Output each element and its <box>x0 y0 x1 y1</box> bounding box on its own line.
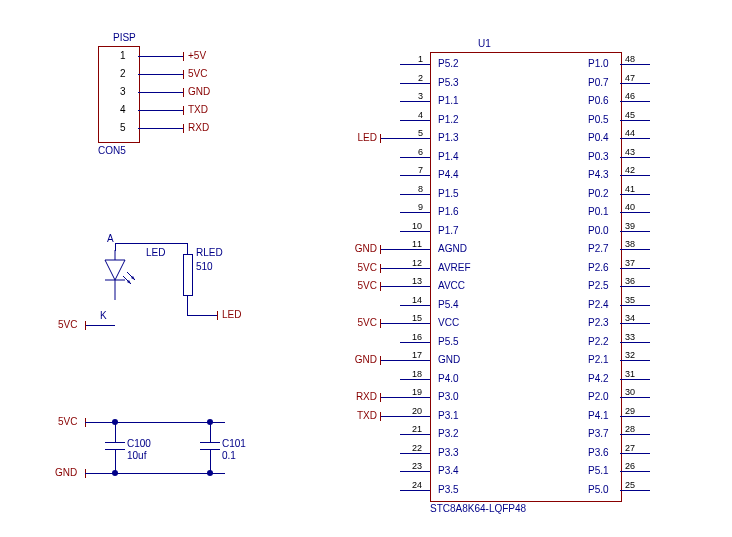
pin-num-left: 14 <box>412 295 422 305</box>
pin-num-right: 34 <box>625 313 635 323</box>
pin-label-left: P1.6 <box>438 206 459 217</box>
pin-wire <box>620 305 650 306</box>
pin-wire <box>620 453 650 454</box>
pin-label-right: P0.2 <box>588 188 609 199</box>
wire <box>138 56 183 57</box>
pin-label-left: AGND <box>438 243 467 254</box>
wire <box>187 315 217 316</box>
pin-label-right: P2.3 <box>588 317 609 328</box>
conn-pin-2: 2 <box>120 68 126 79</box>
pin-label-left: P3.1 <box>438 410 459 421</box>
junction <box>112 470 118 476</box>
pin-wire <box>620 157 650 158</box>
conn-pin-4: 4 <box>120 104 126 115</box>
net-marker <box>183 70 184 79</box>
pin-wire <box>400 83 430 84</box>
pin-wire <box>620 231 650 232</box>
pin-num-left: 1 <box>418 54 423 64</box>
net-marker <box>380 319 381 328</box>
conn-pin-3: 3 <box>120 86 126 97</box>
pin-label-left: P1.3 <box>438 132 459 143</box>
junction <box>207 419 213 425</box>
net-marker <box>217 311 218 320</box>
pin-num-right: 36 <box>625 276 635 286</box>
net-marker <box>380 264 381 273</box>
net-label: 5VC <box>358 280 377 291</box>
pin-label-right: P2.4 <box>588 299 609 310</box>
pin-wire <box>400 342 430 343</box>
anode-label: A <box>107 233 114 244</box>
pin-wire <box>620 268 650 269</box>
pin-label-left: P1.5 <box>438 188 459 199</box>
pin-num-right: 33 <box>625 332 635 342</box>
net-5vc: 5VC <box>188 68 207 79</box>
pin-wire <box>400 194 430 195</box>
pin-wire <box>620 360 650 361</box>
pin-label-right: P0.6 <box>588 95 609 106</box>
pin-num-left: 13 <box>412 276 422 286</box>
pin-wire <box>400 379 430 380</box>
pin-wire <box>620 434 650 435</box>
pin-wire <box>400 120 430 121</box>
pin-label-left: AVCC <box>438 280 465 291</box>
net-label: 5VC <box>358 317 377 328</box>
net-marker <box>380 412 381 421</box>
wire <box>187 295 188 315</box>
pin-num-left: 2 <box>418 73 423 83</box>
pin-num-left: 21 <box>412 424 422 434</box>
pin-wire <box>400 175 430 176</box>
conn-pin-1: 1 <box>120 50 126 61</box>
pin-num-right: 42 <box>625 165 635 175</box>
pin-wire <box>380 397 430 398</box>
net-label: GND <box>355 243 377 254</box>
pin-label-right: P2.6 <box>588 262 609 273</box>
pin-num-right: 46 <box>625 91 635 101</box>
pin-wire <box>620 101 650 102</box>
pin-wire <box>400 453 430 454</box>
pin-num-right: 26 <box>625 461 635 471</box>
pin-wire <box>620 175 650 176</box>
pin-wire <box>400 157 430 158</box>
pin-wire <box>400 434 430 435</box>
pin-label-left: P1.7 <box>438 225 459 236</box>
connector-title: PISP <box>113 32 136 43</box>
pin-label-left: P1.1 <box>438 95 459 106</box>
pin-label-right: P2.5 <box>588 280 609 291</box>
pin-label-left: VCC <box>438 317 459 328</box>
pin-wire <box>620 120 650 121</box>
pin-label-right: P5.1 <box>588 465 609 476</box>
pin-num-left: 23 <box>412 461 422 471</box>
pin-label-left: P5.3 <box>438 77 459 88</box>
net-gnd: GND <box>188 86 210 97</box>
wire <box>138 110 183 111</box>
pin-num-left: 15 <box>412 313 422 323</box>
res-val: 510 <box>196 261 213 272</box>
pin-num-left: 10 <box>412 221 422 231</box>
pin-label-left: P1.4 <box>438 151 459 162</box>
pin-wire <box>380 323 430 324</box>
pin-wire <box>400 471 430 472</box>
c101-val: 0.1 <box>222 450 236 461</box>
net-label: LED <box>358 132 377 143</box>
pin-wire <box>400 305 430 306</box>
pin-num-right: 38 <box>625 239 635 249</box>
pin-wire <box>400 212 430 213</box>
pin-num-right: 47 <box>625 73 635 83</box>
cathode-label: K <box>100 310 107 321</box>
pin-label-right: P4.2 <box>588 373 609 384</box>
pin-label-right: P0.5 <box>588 114 609 125</box>
pin-wire <box>380 249 430 250</box>
pin-label-left: P3.2 <box>438 428 459 439</box>
pin-label-left: P5.2 <box>438 58 459 69</box>
pin-label-left: GND <box>438 354 460 365</box>
net-marker <box>380 356 381 365</box>
pin-wire <box>380 138 430 139</box>
resistor-icon <box>183 254 193 296</box>
pin-num-right: 27 <box>625 443 635 453</box>
pin-num-left: 16 <box>412 332 422 342</box>
pin-num-right: 35 <box>625 295 635 305</box>
pin-wire <box>380 286 430 287</box>
wire <box>138 128 183 129</box>
pin-wire <box>400 231 430 232</box>
pin-label-right: P2.7 <box>588 243 609 254</box>
